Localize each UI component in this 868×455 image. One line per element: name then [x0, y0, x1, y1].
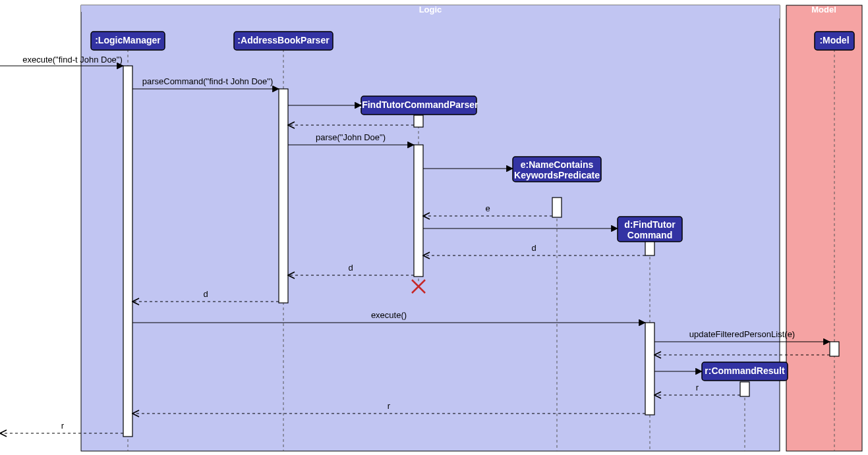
participant-logicmanager-label: :LogicManager — [95, 35, 161, 45]
logic-frame-label: Logic — [419, 5, 442, 14]
model-frame: Model — [786, 5, 862, 451]
msg-return-r-1-label: r — [696, 383, 699, 392]
participant-addressbookparser: :AddressBookParser — [234, 32, 333, 50]
participant-model-label: :Model — [819, 35, 849, 45]
participant-logicmanager: :LogicManager — [91, 32, 165, 50]
participant-findtutorcommandparser: :FindTutorCommandParser — [359, 96, 479, 115]
model-frame-label: Model — [811, 5, 836, 14]
msg-parsecommand-label: parseCommand("find-t John Doe") — [142, 76, 274, 86]
activation-model — [830, 342, 839, 356]
activation-logicmanager — [123, 66, 132, 437]
msg-return-d-2-label: d — [348, 263, 353, 273]
activation-findtutorcommandparser-create — [414, 115, 423, 127]
msg-updatefilteredpersonlist-label: updateFilteredPersonList(e) — [689, 329, 795, 339]
msg-return-d-3-label: d — [203, 289, 208, 299]
msg-execute-findtutor-label: execute("find-t John Doe") — [22, 55, 123, 65]
participant-findtutorcommand-label2: Command — [627, 230, 672, 240]
msg-execute-d-label: execute() — [371, 310, 407, 320]
participant-addressbookparser-label: :AddressBookParser — [237, 35, 330, 45]
participant-predicate-label1: e:NameContains — [521, 159, 594, 170]
activation-predicate — [552, 198, 562, 217]
msg-execute-findtutor: execute("find-t John Doe") — [0, 55, 123, 66]
activation-addressbookparser — [279, 89, 288, 303]
svg-rect-1 — [786, 5, 862, 451]
sequence-diagram: Logic Model :LogicManager :AddressBookPa… — [0, 0, 868, 455]
msg-return-r-3-label: r — [61, 421, 65, 431]
participant-commandresult-label: r:CommandResult — [705, 365, 785, 376]
activation-findtutorcommand-exec — [645, 323, 654, 415]
participant-findtutorcommand: d:FindTutor Command — [618, 217, 682, 242]
activation-commandresult — [740, 382, 749, 396]
participant-commandresult: r:CommandResult — [702, 362, 788, 381]
msg-return-d-1-label: d — [531, 243, 536, 253]
participant-model: :Model — [815, 32, 854, 50]
msg-return-e-label: e — [485, 203, 490, 213]
participant-findtutorcommand-label1: d:FindTutor — [624, 219, 676, 230]
participant-predicate: e:NameContains KeywordsPredicate — [513, 157, 601, 182]
activation-findtutorcommandparser-parse — [414, 145, 423, 277]
participant-predicate-label2: KeywordsPredicate — [514, 170, 600, 180]
msg-return-r-2-label: r — [388, 401, 391, 411]
msg-parse-johndoe-label: parse("John Doe") — [316, 132, 386, 142]
participant-findtutorcommandparser-label: :FindTutorCommandParser — [359, 99, 479, 110]
